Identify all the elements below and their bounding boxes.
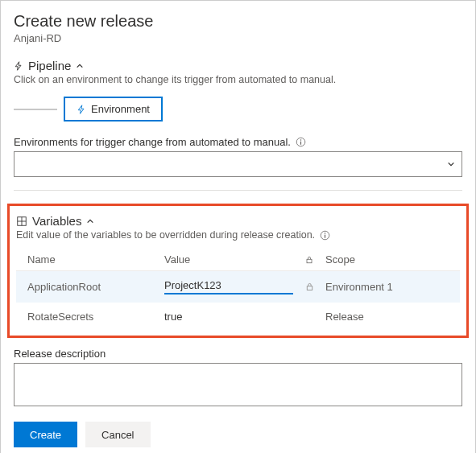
col-value: Value (164, 253, 293, 266)
svg-rect-10 (307, 286, 313, 290)
env-trigger-dropdown[interactable] (14, 151, 462, 177)
pipeline-title: Pipeline (28, 59, 71, 72)
var-name: RotateSecrets (27, 311, 164, 323)
pipeline-description: Click on an environment to change its tr… (14, 74, 462, 85)
svg-rect-9 (307, 259, 312, 263)
environment-node-label: Environment (91, 103, 150, 115)
pipeline-section-header[interactable]: Pipeline (14, 59, 462, 72)
chevron-up-icon (86, 217, 94, 225)
variables-icon (16, 216, 27, 227)
release-description-label: Release description (14, 348, 462, 360)
pipeline-graph: Environment (14, 97, 462, 121)
release-definition-name: Anjani-RD (14, 32, 462, 44)
svg-rect-2 (300, 142, 301, 145)
variables-table: Name Value Scope ApplicationRoot Project… (16, 249, 460, 331)
lock-icon (304, 255, 314, 265)
col-name: Name (27, 253, 164, 266)
var-scope: Release (325, 311, 449, 323)
environment-node[interactable]: Environment (64, 97, 163, 121)
info-icon[interactable] (296, 137, 306, 147)
variables-table-header: Name Value Scope (16, 249, 460, 271)
svg-point-7 (325, 233, 325, 233)
create-button[interactable]: Create (14, 422, 77, 447)
variables-section-header[interactable]: Variables (16, 214, 460, 228)
table-row[interactable]: RotateSecrets true Release (16, 303, 460, 331)
divider (14, 190, 462, 191)
info-icon[interactable] (320, 230, 330, 241)
chevron-down-icon (447, 160, 455, 168)
trigger-icon (77, 105, 86, 114)
chevron-up-icon (76, 62, 84, 70)
col-lock (293, 255, 325, 265)
var-lock-toggle[interactable] (293, 282, 325, 292)
table-row[interactable]: ApplicationRoot ProjectK123 Environment … (16, 271, 460, 303)
artifact-connector (14, 109, 57, 110)
cancel-button[interactable]: Cancel (85, 422, 150, 447)
variables-title: Variables (32, 214, 81, 228)
svg-rect-8 (325, 234, 325, 237)
var-scope: Environment 1 (325, 281, 449, 293)
env-trigger-label: Environments for trigger change from aut… (14, 136, 462, 148)
trigger-icon (14, 61, 23, 71)
var-value-input[interactable]: ProjectK123 (164, 279, 293, 294)
var-name: ApplicationRoot (27, 281, 164, 293)
svg-point-1 (300, 139, 301, 140)
release-description-input[interactable] (14, 363, 462, 406)
page-title: Create new release (14, 12, 462, 31)
dialog-footer: Create Cancel (14, 422, 462, 447)
variables-description: Edit value of the variables to be overri… (16, 229, 460, 241)
col-scope: Scope (325, 253, 449, 266)
variables-section: Variables Edit value of the variables to… (7, 204, 469, 338)
var-value-input[interactable]: true (164, 311, 293, 323)
lock-icon (304, 282, 315, 292)
